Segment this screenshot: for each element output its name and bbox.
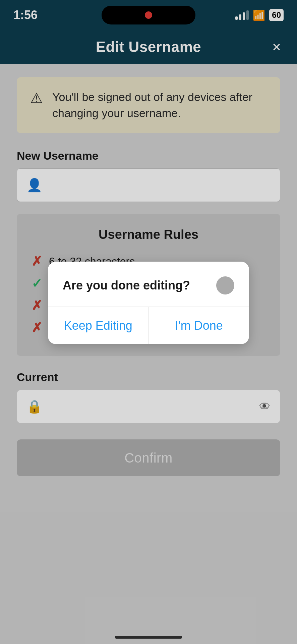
confirmation-dialog: Are you done editing? Keep Editing I'm D… bbox=[48, 262, 249, 344]
dialog-top: Are you done editing? bbox=[48, 262, 249, 301]
im-done-button[interactable]: I'm Done bbox=[149, 307, 249, 344]
keep-editing-button[interactable]: Keep Editing bbox=[48, 307, 149, 344]
dialog-toggle-icon bbox=[216, 276, 234, 294]
dialog-actions: Keep Editing I'm Done bbox=[48, 307, 249, 344]
dialog-question: Are you done editing? bbox=[63, 278, 190, 292]
